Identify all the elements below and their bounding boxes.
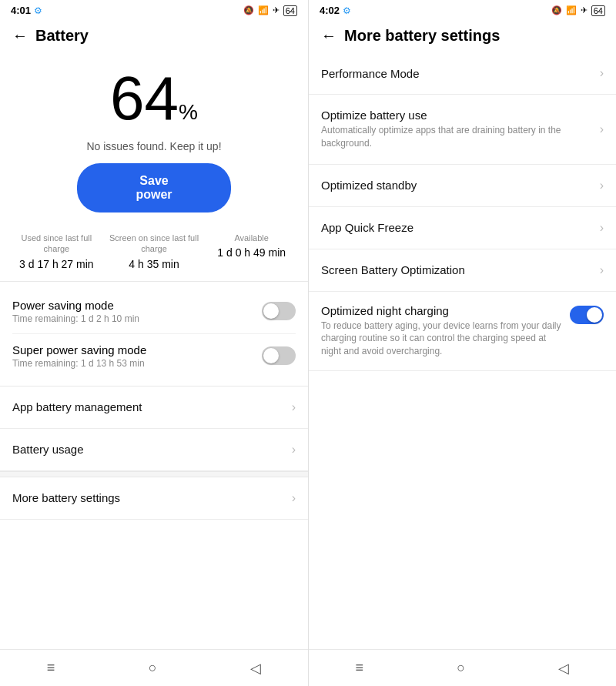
status-icons-left: 🔕 📶 ✈ 64 <box>243 5 297 16</box>
power-saving-knob <box>263 303 279 319</box>
night-charging-title: Optimized night charging <box>321 304 564 317</box>
no-issues-text: No issues found. Keep it up! <box>0 140 308 152</box>
optimize-battery-desc: Automatically optimize apps that are dra… <box>321 124 600 150</box>
gear-icon-right: ⚙ <box>343 5 351 16</box>
power-saving-title: Power saving mode <box>12 299 139 312</box>
page-title-right: More battery settings <box>344 27 500 45</box>
battery-percent-sign: % <box>179 100 198 125</box>
chevron-battery-usage: › <box>292 443 296 457</box>
header-left: ← Battery <box>0 19 308 52</box>
settings-optimized-standby[interactable]: Optimized standby › <box>309 165 616 207</box>
bottom-menu-icon-right[interactable]: ≡ <box>356 660 364 676</box>
super-power-saving-sub: Time remaining: 1 d 13 h 53 min <box>12 358 146 369</box>
nav-more-settings-label: More battery settings <box>12 491 120 504</box>
wifi-icon: 📶 <box>258 5 269 15</box>
bottom-back-icon-right[interactable]: ◁ <box>558 660 569 677</box>
stat-available: Available 1 d 0 h 49 min <box>203 233 300 270</box>
chevron-screen-battery-opt: › <box>600 263 604 277</box>
power-saving-sub: Time remaining: 1 d 2 h 10 min <box>12 313 139 324</box>
toggle-section: Power saving mode Time remaining: 1 d 2 … <box>0 282 308 387</box>
time-right: 4:02 <box>320 5 340 16</box>
right-panel: 4:02 ⚙ 🔕 📶 ✈ 64 ← More battery settings … <box>308 0 616 686</box>
nav-app-battery-label: App battery management <box>12 400 142 413</box>
power-saving-row: Power saving mode Time remaining: 1 d 2 … <box>12 289 296 333</box>
status-bar-left: 4:01 ⚙ 🔕 📶 ✈ 64 <box>0 0 308 19</box>
super-power-saving-toggle[interactable] <box>262 346 296 365</box>
super-power-saving-knob <box>263 348 279 363</box>
stat-screen-label: Screen on since last full charge <box>105 233 203 255</box>
night-charging-toggle[interactable] <box>570 306 604 324</box>
gear-icon-left: ⚙ <box>34 5 42 16</box>
status-icons-right: 🔕 📶 ✈ 64 <box>551 5 605 16</box>
bottom-nav-right: ≡ ○ ◁ <box>309 649 616 686</box>
chevron-app-quick-freeze: › <box>600 221 604 235</box>
settings-night-charging[interactable]: Optimized night charging To reduce batte… <box>309 292 616 371</box>
stat-screen: Screen on since last full charge 4 h 35 … <box>105 233 203 270</box>
nav-app-battery[interactable]: App battery management › <box>0 387 308 429</box>
settings-performance-mode[interactable]: Performance Mode › <box>309 52 616 95</box>
stats-row: Used since last full charge 3 d 17 h 27 … <box>0 228 308 282</box>
chevron-more-settings: › <box>292 491 296 505</box>
settings-list: Performance Mode › Optimize battery use … <box>309 52 616 371</box>
power-saving-toggle[interactable] <box>262 302 296 320</box>
status-bar-right: 4:02 ⚙ 🔕 📶 ✈ 64 <box>309 0 616 19</box>
nav-battery-usage[interactable]: Battery usage › <box>0 429 308 471</box>
bottom-menu-icon-left[interactable]: ≡ <box>47 660 55 676</box>
stat-used: Used since last full charge 3 d 17 h 27 … <box>8 233 105 270</box>
optimized-standby-title: Optimized standby <box>321 179 600 192</box>
chevron-perf-mode: › <box>600 66 604 80</box>
battery-number: 64 <box>110 68 179 129</box>
page-title-left: Battery <box>35 27 89 45</box>
section-divider <box>0 471 308 477</box>
back-button-right[interactable]: ← <box>321 27 336 45</box>
screen-battery-opt-title: Screen Battery Optimization <box>321 263 600 276</box>
back-button-left[interactable]: ← <box>12 27 28 45</box>
save-power-button[interactable]: Save power <box>77 163 231 212</box>
stat-available-label: Available <box>203 233 300 243</box>
stat-screen-value: 4 h 35 min <box>105 258 203 270</box>
nav-more-settings[interactable]: More battery settings › <box>0 477 308 520</box>
battery-status-icon-right: 64 <box>591 5 605 16</box>
wifi-icon-right: 📶 <box>566 5 577 15</box>
bottom-home-icon-right[interactable]: ○ <box>457 660 465 676</box>
super-power-saving-row: Super power saving mode Time remaining: … <box>12 333 296 378</box>
chevron-app-battery: › <box>292 400 296 414</box>
right-scroll: Performance Mode › Optimize battery use … <box>309 52 616 649</box>
battery-status-icon: 64 <box>283 5 297 16</box>
stat-used-label: Used since last full charge <box>8 233 105 255</box>
night-charging-desc: To reduce battery aging, your device lea… <box>321 320 564 358</box>
settings-app-quick-freeze[interactable]: App Quick Freeze › <box>309 207 616 249</box>
bottom-nav-left: ≡ ○ ◁ <box>0 649 308 686</box>
airplane-icon-right: ✈ <box>581 5 588 15</box>
header-right: ← More battery settings <box>309 19 616 52</box>
bottom-back-icon-left[interactable]: ◁ <box>250 660 261 677</box>
time-left: 4:01 <box>11 5 31 16</box>
night-charging-knob <box>587 307 602 323</box>
settings-optimize-battery[interactable]: Optimize battery use Automatically optim… <box>309 95 616 165</box>
optimize-battery-title: Optimize battery use <box>321 109 600 122</box>
nav-battery-usage-label: Battery usage <box>12 443 84 456</box>
battery-percent-display: 64 % <box>0 52 308 134</box>
perf-mode-title: Performance Mode <box>321 67 600 80</box>
airplane-icon: ✈ <box>273 5 280 15</box>
mute-icon-right: 🔕 <box>551 5 562 15</box>
stat-available-value: 1 d 0 h 49 min <box>203 246 300 259</box>
chevron-optimized-standby: › <box>600 179 604 192</box>
left-panel: 4:01 ⚙ 🔕 📶 ✈ 64 ← Battery 64 % No issues… <box>0 0 308 686</box>
bottom-home-icon-left[interactable]: ○ <box>149 660 157 676</box>
left-scroll: 64 % No issues found. Keep it up! Save p… <box>0 52 308 649</box>
app-quick-freeze-title: App Quick Freeze <box>321 221 600 234</box>
stat-used-value: 3 d 17 h 27 min <box>8 258 105 270</box>
mute-icon: 🔕 <box>243 5 254 15</box>
super-power-saving-title: Super power saving mode <box>12 343 146 356</box>
chevron-optimize-battery: › <box>600 122 604 136</box>
settings-screen-battery-opt[interactable]: Screen Battery Optimization › <box>309 249 616 292</box>
